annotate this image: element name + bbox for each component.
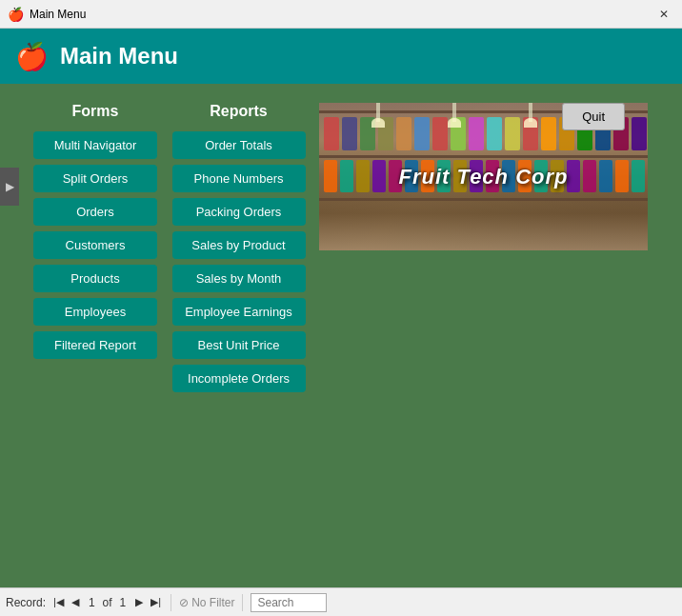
btn-multi-navigator[interactable]: Multi Navigator bbox=[33, 131, 157, 159]
status-divider bbox=[170, 594, 171, 611]
quit-button[interactable]: Quit bbox=[562, 103, 625, 130]
close-button[interactable]: ✕ bbox=[653, 6, 674, 23]
search-input[interactable] bbox=[251, 593, 327, 612]
store-title: Fruit Tech Corp bbox=[399, 165, 569, 189]
nav-next-button[interactable]: ▶ bbox=[133, 596, 145, 608]
reports-column: Reports Order Totals Phone Numbers Packi… bbox=[170, 103, 308, 392]
reports-heading: Reports bbox=[210, 103, 267, 120]
btn-sales-by-month[interactable]: Sales by Month bbox=[172, 265, 306, 292]
btn-packing-orders[interactable]: Packing Orders bbox=[172, 198, 306, 226]
app-header: 🍎 Main Menu bbox=[0, 29, 682, 84]
btn-sales-by-product[interactable]: Sales by Product bbox=[172, 231, 306, 259]
nav-prev-button[interactable]: ◀ bbox=[70, 596, 81, 608]
nav-first-button[interactable]: |◀ bbox=[51, 596, 66, 608]
record-label: Record: bbox=[6, 596, 46, 609]
btn-best-unit-price[interactable]: Best Unit Price bbox=[172, 331, 306, 359]
app-header-icon: 🍎 bbox=[15, 41, 49, 72]
btn-employee-earnings[interactable]: Employee Earnings bbox=[172, 298, 306, 326]
btn-incomplete-orders[interactable]: Incomplete Orders bbox=[172, 365, 306, 392]
main-content: ▶ Forms Multi Navigator Split Orders Ord… bbox=[0, 84, 682, 587]
btn-orders[interactable]: Orders bbox=[33, 198, 157, 226]
filter-icon: ⊘ bbox=[179, 596, 189, 609]
btn-customers[interactable]: Customers bbox=[33, 231, 157, 259]
app-title: Main Menu bbox=[60, 43, 178, 70]
record-total: 1 bbox=[120, 596, 127, 609]
btn-phone-numbers[interactable]: Phone Numbers bbox=[172, 165, 306, 192]
columns-container: Forms Multi Navigator Split Orders Order… bbox=[29, 103, 653, 392]
nav-arrow[interactable]: ▶ bbox=[0, 168, 19, 206]
forms-heading: Forms bbox=[72, 103, 119, 120]
btn-products[interactable]: Products bbox=[33, 265, 157, 292]
title-bar-icon: 🍎 bbox=[8, 7, 24, 22]
btn-employees[interactable]: Employees bbox=[33, 298, 157, 326]
btn-filtered-report[interactable]: Filtered Report bbox=[33, 331, 157, 359]
filter-status: ⊘ No Filter bbox=[179, 596, 234, 609]
record-of: of bbox=[103, 596, 112, 609]
forms-column: Forms Multi Navigator Split Orders Order… bbox=[29, 103, 162, 359]
btn-order-totals[interactable]: Order Totals bbox=[172, 131, 306, 159]
title-bar: 🍎 Main Menu ✕ bbox=[0, 0, 682, 29]
nav-last-button[interactable]: ▶| bbox=[149, 596, 163, 608]
status-bar: Record: |◀ ◀ 1 of 1 ▶ ▶| ⊘ No Filter bbox=[0, 587, 682, 616]
status-divider-2 bbox=[242, 594, 243, 611]
title-bar-text: Main Menu bbox=[30, 8, 648, 21]
btn-split-orders[interactable]: Split Orders bbox=[33, 165, 157, 192]
record-current: 1 bbox=[89, 596, 95, 609]
filter-label: No Filter bbox=[191, 596, 234, 609]
